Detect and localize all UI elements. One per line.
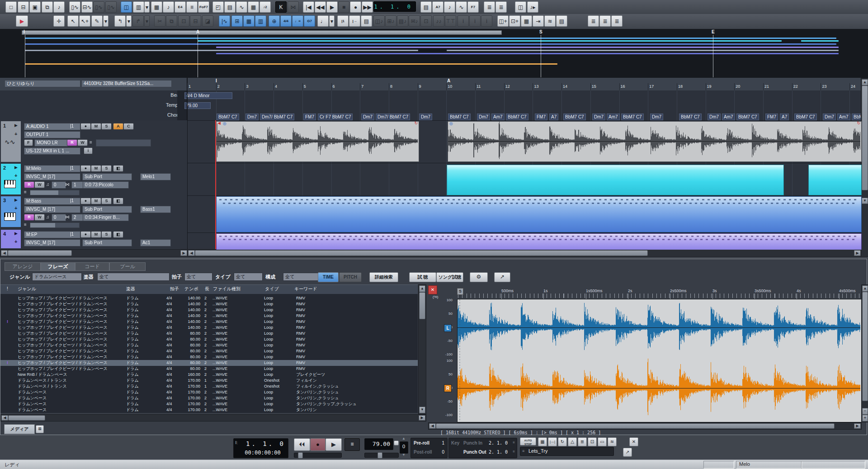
phrase-table[interactable]: ヒップホップ / ブレイクビーツ / ドラムンベースドラム4/4140.002.… — [0, 294, 418, 413]
tool-pen-menu-button[interactable]: ▾ — [103, 15, 108, 27]
bass-clip[interactable] — [216, 196, 862, 232]
demo-play-button[interactable]: ▶ — [16, 15, 28, 27]
table-row[interactable]: !ヒップホップ / ブレイクビーツ / ドラムンベースドラム4/4140.002… — [0, 319, 418, 325]
table-row[interactable]: ヒップホップ / ブレイクビーツ / ドラムンベースドラム4/480.002..… — [0, 336, 418, 342]
track1-fx-button[interactable]: F — [24, 139, 33, 146]
navigator-marker-S[interactable]: S — [539, 29, 542, 34]
chord-lane[interactable]: BbM7 C7Dm7Dm7/ BbM7 C7FM7Cr F7 BbM7 C7Dm… — [0, 113, 868, 120]
guitar-editor-button[interactable]: ∿ — [236, 1, 247, 13]
detach-transport-button[interactable]: ↗ — [623, 448, 632, 457]
chord-cell[interactable]: Dm7 — [245, 114, 259, 120]
track1-output-field[interactable]: OUTPUT 1 — [24, 131, 80, 138]
table-row[interactable]: ドラムンベース / トランスドラム4/4170.001...WAVEOnesho… — [0, 384, 418, 389]
chord-cell[interactable]: Dm7 — [419, 114, 432, 120]
navigator-marker-E[interactable]: E — [712, 29, 715, 34]
wave-hscrollbar[interactable]: ◀ ▶ — [428, 422, 862, 430]
tempo-display[interactable]: 79.00 — [364, 438, 393, 450]
track1-info-button[interactable]: i — [84, 147, 93, 154]
transport-record-button[interactable]: ● — [310, 438, 326, 451]
track2-read-button[interactable]: R — [24, 181, 34, 188]
tab-コード[interactable]: コード — [75, 262, 109, 271]
chord-cell[interactable]: BbM7 C7 — [736, 114, 759, 120]
wave-tool-button[interactable]: ≋ — [544, 15, 556, 27]
chord-cell[interactable]: Dm7/ BbM7 C7 — [376, 114, 410, 120]
undo-menu-button[interactable]: ▾ — [126, 15, 132, 27]
info-3-button[interactable]: i — [481, 15, 492, 27]
track4-instrument-field[interactable]: INVSC_M [17] — [24, 239, 80, 246]
chord-pad-button[interactable]: FoF7 — [198, 1, 209, 13]
input-position-button[interactable]: |1 — [337, 15, 349, 27]
chord-cell[interactable]: Dm7 — [361, 114, 374, 120]
audio-export-button[interactable]: ▯∿ — [93, 1, 104, 13]
chord-cell[interactable]: A7 — [780, 114, 789, 120]
file-new-button[interactable]: □ — [5, 1, 17, 13]
wave-button[interactable]: ≋ — [608, 437, 617, 446]
track4-mute-button[interactable]: M — [91, 231, 101, 238]
track3-record-button[interactable]: ● — [80, 198, 91, 204]
chord-cell[interactable]: Dm7 — [708, 114, 721, 120]
punch-range-button[interactable]: |↔| — [548, 437, 557, 446]
track2-instrument-field[interactable]: INVSC_M [17] — [24, 173, 80, 180]
shuttle-slider[interactable] — [294, 453, 342, 458]
info-1-button[interactable]: i — [458, 15, 469, 27]
metronome-button[interactable]: △ — [568, 437, 577, 446]
step-input-button[interactable]: |→ — [349, 15, 360, 27]
panel-button[interactable]: ⊡ — [588, 437, 597, 446]
wave-start-marker[interactable]: S — [457, 288, 463, 295]
chord-cell[interactable]: BbM7 C7 — [506, 114, 528, 120]
punch-out-menu-icon[interactable]: ≡ — [513, 450, 515, 454]
track3-port-field[interactable]: Sub Port — [82, 206, 132, 213]
track-expand-icon[interactable]: ▶ — [14, 231, 18, 236]
staff-settings-2-button[interactable]: ≣ — [495, 1, 507, 13]
chord-cell[interactable]: Dm7 — [823, 114, 836, 120]
track1-mono-field[interactable]: MONO LR — [34, 139, 68, 147]
table-row[interactable]: ヒップホップ / ブレイクビーツ / ドラムンベースドラム4/480.002..… — [0, 354, 418, 360]
chord-cell[interactable]: FM7 — [765, 114, 778, 120]
table-row[interactable]: ヒップホップ / ブレイクビーツ / ドラムンベースドラム4/4140.002.… — [0, 313, 418, 319]
wave-display[interactable] — [457, 299, 862, 422]
tab-アレンジ[interactable]: アレンジ — [5, 262, 41, 271]
song-position-cursor[interactable] — [215, 120, 216, 249]
event-list-button[interactable]: E4 — [175, 1, 186, 13]
chord-diagram-button[interactable]: A7 — [432, 1, 443, 13]
track-add-icon[interactable]: + — [14, 205, 17, 211]
audio-open-button[interactable]: ⊟∿ — [81, 1, 93, 13]
piano-roll-button[interactable]: ▤ — [224, 1, 236, 13]
track2-port-field[interactable]: Sub Port — [82, 173, 132, 180]
fader-3-button[interactable]: ≣ — [611, 15, 623, 27]
note-length-menu-button[interactable]: ▾ — [329, 15, 335, 27]
audio-mixdown-button[interactable]: ▯∿ — [105, 1, 117, 13]
settings-gear-button[interactable]: ⚙ — [470, 272, 488, 282]
staff-settings-1-button[interactable]: ≣ — [484, 1, 495, 13]
track3-part-field[interactable]: Bass1 — [140, 206, 171, 213]
table-row[interactable]: ヒップホップ / ブレイクビーツ / ドラムンベースドラム4/480.002..… — [0, 342, 418, 348]
track1-automation-field[interactable] — [96, 139, 151, 147]
filter-select-拍子[interactable]: 全て — [184, 273, 212, 281]
media-detach-icon[interactable]: ⊠ — [36, 425, 44, 433]
chord-cell[interactable]: BbM7 C7 — [621, 114, 644, 120]
spin-down-icon[interactable]: ▼ — [402, 453, 406, 457]
track2-velocity-field[interactable]: 0 — [52, 181, 66, 189]
insert-symbol-button[interactable]: ⊡ — [420, 15, 432, 27]
part-list-button[interactable]: ▦ — [521, 15, 532, 27]
grid-wave-button[interactable]: ▦ — [243, 15, 255, 27]
time-mode-button[interactable]: TIME — [318, 272, 339, 282]
chord-cell[interactable]: BbM7 C7 — [563, 114, 586, 120]
stop-button[interactable]: ■ — [338, 1, 349, 13]
chord-cell[interactable]: Dm7/ BbM7 C7 — [260, 114, 294, 120]
insert-tie-button[interactable]: ▤♪ — [397, 15, 408, 27]
timeline-vscrollbar[interactable]: ▲ ▼ — [861, 78, 868, 257]
media-browser-button[interactable]: ◰ — [212, 1, 224, 13]
table-row[interactable]: ヒップホップ / ブレイクビーツ / ドラムンベースドラム4/4140.002.… — [0, 301, 418, 307]
step-sequencer-button[interactable]: ▦ — [248, 1, 259, 13]
insert-tuplet-button[interactable]: ✉♪ — [409, 15, 420, 27]
table-row[interactable]: !ヒップホップ / ブレイクビーツ / ドラムンベースドラム4/480.002.… — [0, 360, 418, 366]
track4-record-button[interactable]: ● — [80, 231, 91, 238]
video-window-button[interactable]: K — [275, 1, 287, 13]
table-hscrollbar[interactable]: ◀ ▶ — [0, 414, 426, 422]
file-save-button[interactable]: ▣ — [29, 1, 41, 13]
tab-フレーズ[interactable]: フレーズ — [41, 262, 75, 271]
table-row[interactable]: ヒップホップ / ブレイクビーツ / ドラムンベースドラム4/480.002..… — [0, 366, 418, 372]
fader-2-button[interactable]: ≣ — [599, 15, 611, 27]
chord-cell[interactable]: Dm7 — [477, 114, 490, 120]
